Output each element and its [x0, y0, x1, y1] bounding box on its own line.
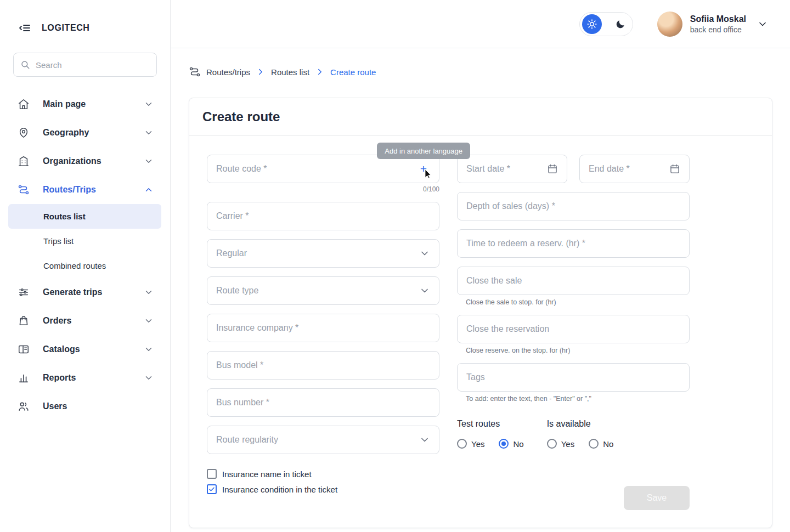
- end-date-input[interactable]: [589, 164, 664, 174]
- sidebar-item-label: Geography: [43, 128, 131, 138]
- sidebar-item-trips-list[interactable]: Trips list: [8, 229, 161, 253]
- sidebar-item-main-page[interactable]: Main page: [0, 90, 170, 118]
- calendar-icon[interactable]: [547, 163, 558, 174]
- form-right-column: Close the sale to stop. for (hr) Close r…: [457, 155, 690, 510]
- chevron-up-icon: [144, 185, 154, 195]
- radio-label: Yes: [471, 439, 484, 449]
- chevron-down-icon: [419, 434, 430, 445]
- test-routes-yes-radio[interactable]: Yes: [457, 439, 484, 449]
- sub-item-label: Combined routes: [43, 261, 106, 270]
- search-input[interactable]: [36, 60, 150, 70]
- tags-input[interactable]: [466, 372, 680, 382]
- form-left-column: Add in another language + 0/100 Regular: [207, 155, 439, 510]
- save-button[interactable]: Save: [624, 486, 690, 510]
- sidebar-item-generate-trips[interactable]: Generate trips: [0, 278, 170, 307]
- users-icon: [18, 400, 30, 412]
- chevron-down-icon: [144, 156, 154, 166]
- test-routes-group: Test routes Yes No: [457, 419, 524, 449]
- regular-select[interactable]: Regular: [207, 239, 439, 268]
- chevron-right-icon: [256, 67, 266, 77]
- bus-number-input[interactable]: [216, 398, 430, 408]
- sidebar-nav: Main page Geography Organizations Routes…: [0, 90, 170, 421]
- is-available-no-radio[interactable]: No: [589, 439, 613, 449]
- route-regularity-select[interactable]: Route regularity: [207, 426, 439, 454]
- search-box[interactable]: [13, 53, 157, 77]
- depth-of-sales-field[interactable]: [457, 192, 690, 220]
- user-name: Sofiia Moskal: [690, 14, 746, 24]
- sidebar-collapse-icon[interactable]: [18, 21, 32, 35]
- sidebar-item-catalogs[interactable]: Catalogs: [0, 335, 170, 364]
- brand-logo: LOGITECH: [42, 23, 89, 33]
- start-date-input[interactable]: [466, 164, 541, 174]
- sidebar-item-reports[interactable]: Reports: [0, 364, 170, 392]
- light-mode-button[interactable]: [582, 14, 602, 34]
- mouse-cursor-icon: [425, 169, 432, 180]
- is-available-label: Is available: [547, 419, 614, 429]
- route-code-input[interactable]: [216, 164, 430, 174]
- bus-number-field[interactable]: [207, 388, 439, 417]
- avatar[interactable]: [657, 12, 682, 37]
- time-to-redeem-field[interactable]: [457, 229, 690, 258]
- insurance-company-field[interactable]: [207, 314, 439, 342]
- test-routes-label: Test routes: [457, 419, 524, 429]
- bar-chart-icon: [18, 372, 30, 384]
- start-date-field[interactable]: [457, 155, 567, 183]
- end-date-field[interactable]: [579, 155, 690, 183]
- bus-model-field[interactable]: [207, 351, 439, 380]
- calendar-icon[interactable]: [669, 163, 680, 174]
- depth-of-sales-input[interactable]: [466, 201, 680, 211]
- tags-field[interactable]: [457, 363, 690, 392]
- sidebar-item-label: Organizations: [43, 156, 131, 166]
- building-icon: [18, 155, 30, 167]
- sidebar-item-orders[interactable]: Orders: [0, 307, 170, 335]
- checkbox-label: Insurance name in ticket: [222, 469, 312, 479]
- tooltip-add-language: Add in another language: [377, 143, 470, 159]
- insurance-company-input[interactable]: [216, 323, 430, 333]
- time-to-redeem-input[interactable]: [466, 239, 680, 248]
- map-pin-icon: [18, 127, 30, 139]
- sidebar-item-combined-routes[interactable]: Combined routes: [8, 253, 161, 278]
- create-route-card: Create route Add in another language + 0…: [189, 98, 772, 528]
- tags-helper: To add: enter the text, then - "Enter" o…: [466, 395, 690, 403]
- chevron-down-icon: [144, 287, 154, 297]
- is-available-group: Is available Yes No: [547, 419, 614, 449]
- breadcrumb-routes-list[interactable]: Routes list: [271, 67, 309, 77]
- sidebar-item-label: Reports: [43, 373, 131, 383]
- breadcrumb-create-route: Create route: [330, 67, 376, 77]
- catalog-icon: [18, 343, 30, 355]
- chevron-down-icon: [757, 19, 768, 30]
- char-counter: 0/100: [207, 185, 439, 193]
- radio-unselected-icon: [547, 439, 557, 449]
- sidebar-item-routes-trips[interactable]: Routes/Trips: [0, 176, 170, 204]
- user-role: back end office: [690, 25, 746, 34]
- checkbox-insurance-condition[interactable]: Insurance condition in the ticket: [207, 483, 439, 496]
- dark-mode-button[interactable]: [611, 14, 630, 34]
- sidebar-item-routes-list[interactable]: Routes list: [8, 204, 161, 229]
- breadcrumb-routes-trips[interactable]: Routes/trips: [206, 67, 250, 77]
- close-reservation-input[interactable]: [466, 324, 680, 334]
- user-menu[interactable]: Sofiia Moskal back end office: [657, 12, 768, 37]
- chevron-down-icon: [419, 285, 430, 296]
- close-reservation-helper: Close reserve. on the stop. for (hr): [466, 347, 690, 354]
- carrier-input[interactable]: [216, 211, 430, 221]
- sidebar-item-label: Catalogs: [43, 344, 131, 354]
- close-reservation-field[interactable]: [457, 315, 690, 343]
- sidebar-item-users[interactable]: Users: [0, 392, 170, 421]
- carrier-field[interactable]: [207, 202, 439, 230]
- close-sale-field[interactable]: [457, 267, 690, 295]
- topbar: Sofiia Moskal back end office: [171, 0, 790, 48]
- chevron-down-icon: [144, 344, 154, 354]
- test-routes-no-radio[interactable]: No: [499, 439, 523, 449]
- select-value: Regular: [216, 248, 414, 258]
- is-available-yes-radio[interactable]: Yes: [547, 439, 574, 449]
- sidebar-item-geography[interactable]: Geography: [0, 118, 170, 147]
- checkbox-insurance-name[interactable]: Insurance name in ticket: [207, 467, 439, 480]
- close-sale-input[interactable]: [466, 276, 680, 286]
- sliders-icon: [18, 286, 30, 298]
- sidebar-item-organizations[interactable]: Organizations: [0, 147, 170, 176]
- sidebar-item-label: Generate trips: [43, 287, 131, 297]
- route-type-select[interactable]: Route type: [207, 276, 439, 305]
- sidebar: LOGITECH Main page Geography Organizatio…: [0, 0, 171, 532]
- bus-model-input[interactable]: [216, 360, 430, 370]
- route-icon: [18, 184, 30, 196]
